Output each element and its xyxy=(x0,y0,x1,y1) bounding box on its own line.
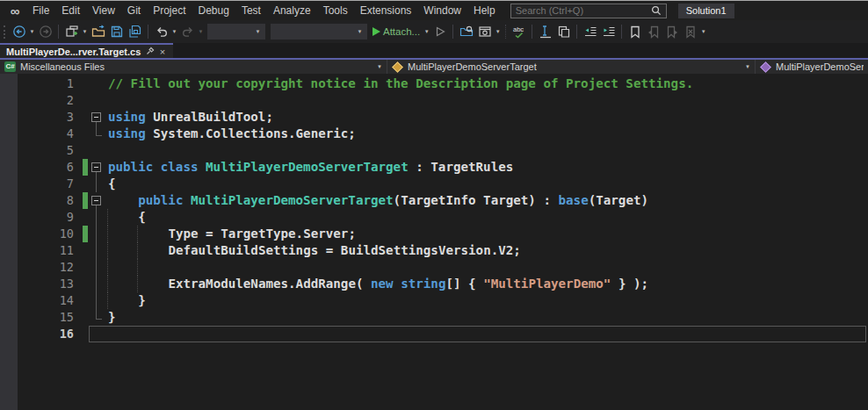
code-text: } xyxy=(105,292,146,309)
token-type: MultiPlayerDemoServerTarget xyxy=(206,160,409,174)
attach-button[interactable]: Attach... xyxy=(383,26,420,37)
new-project-dropdown[interactable]: ▼ xyxy=(81,29,89,34)
save-all-button[interactable] xyxy=(126,22,144,41)
search-input[interactable] xyxy=(516,5,651,16)
outlining-margin xyxy=(90,142,105,159)
navigate-forward-button[interactable] xyxy=(36,22,54,41)
undo-dropdown[interactable]: ▼ xyxy=(170,29,178,34)
code-line-8[interactable]: 8public MultiPlayerDemoServerTarget(Targ… xyxy=(0,192,868,209)
menu-item-debug[interactable]: Debug xyxy=(192,1,235,20)
code-editor[interactable]: 1// Fill out your copyright notice in th… xyxy=(0,74,868,410)
outlining-margin[interactable] xyxy=(90,192,105,209)
menu-item-extensions[interactable]: Extensions xyxy=(354,1,418,20)
line-number: 10 xyxy=(0,226,74,242)
code-line-6[interactable]: 6public class MultiPlayerDemoServerTarge… xyxy=(0,159,868,176)
redo-dropdown[interactable]: ▼ xyxy=(197,29,205,34)
insert-caret-button[interactable] xyxy=(536,22,554,41)
project-dropdown[interactable]: C# Miscellaneous Files ▼ xyxy=(0,60,387,74)
code-line-7[interactable]: 7{ xyxy=(0,176,868,192)
member-name: MultiPlayerDemoServerT xyxy=(776,61,864,72)
navigate-back-button[interactable] xyxy=(10,22,28,41)
redo-button[interactable] xyxy=(178,22,197,41)
collapse-region-icon[interactable] xyxy=(91,196,101,205)
decrease-indent-button[interactable] xyxy=(581,22,599,41)
attach-dropdown[interactable]: ▼ xyxy=(423,29,430,34)
bookmarks-dropdown[interactable]: ▼ xyxy=(699,29,707,34)
undo-button[interactable] xyxy=(152,22,170,41)
previous-bookmark-button[interactable] xyxy=(644,22,662,41)
new-project-button[interactable] xyxy=(62,22,81,41)
toggle-bookmark-button[interactable] xyxy=(626,22,644,41)
spellcheck-button[interactable]: abc xyxy=(510,22,528,41)
code-text xyxy=(105,142,108,159)
save-button[interactable] xyxy=(107,22,126,41)
menu-item-tools[interactable]: Tools xyxy=(317,1,354,20)
next-bookmark-button[interactable] xyxy=(662,22,681,41)
menu-item-project[interactable]: Project xyxy=(147,1,192,20)
code-line-14[interactable]: 14} xyxy=(0,292,868,309)
navigate-back-dropdown[interactable]: ▼ xyxy=(28,29,36,34)
token-plain: (TargetInfo Target) : xyxy=(394,193,559,207)
menu-item-test[interactable]: Test xyxy=(235,1,267,20)
solution-badge[interactable]: Solution1 xyxy=(678,4,734,18)
pin-icon[interactable] xyxy=(144,46,156,58)
menu-item-window[interactable]: Window xyxy=(417,1,467,20)
change-tracking-slot xyxy=(83,109,88,126)
code-line-1[interactable]: 1// Fill out your copyright notice in th… xyxy=(0,76,868,92)
outlining-margin[interactable] xyxy=(90,109,105,126)
line-number: 5 xyxy=(0,142,74,159)
menu-item-view[interactable]: View xyxy=(86,1,121,20)
collapse-region-icon[interactable] xyxy=(91,162,101,172)
code-line-15[interactable]: 15} xyxy=(0,309,868,326)
indent-guide xyxy=(107,276,108,292)
code-line-2[interactable]: 2 xyxy=(0,92,868,109)
tab-strip: MultiPlayerDe...rver.Target.cs × xyxy=(0,43,868,60)
toolbar-grip[interactable] xyxy=(4,25,6,39)
code-line-3[interactable]: 3using UnrealBuildTool; xyxy=(0,109,868,126)
open-file-button[interactable] xyxy=(89,22,107,41)
code-line-13[interactable]: 13ExtraModuleNames.AddRange( new string[… xyxy=(0,276,868,292)
csharp-file-icon: C# xyxy=(4,61,16,72)
collapse-region-icon[interactable] xyxy=(91,112,101,122)
menu-item-file[interactable]: File xyxy=(26,1,55,20)
code-line-16[interactable]: 16 xyxy=(0,326,868,342)
code-line-4[interactable]: 4using System.Collections.Generic; xyxy=(0,126,868,142)
toolbar-separator xyxy=(505,25,506,39)
solution-platforms-dropdown[interactable]: ▼ xyxy=(271,24,367,40)
token-plain: : TargetRules xyxy=(409,160,514,174)
attach-run-icon[interactable] xyxy=(370,22,382,41)
code-line-5[interactable]: 5 xyxy=(0,142,868,159)
clear-bookmarks-button[interactable] xyxy=(681,22,699,41)
token-plain: } xyxy=(108,310,116,324)
code-line-9[interactable]: 9{ xyxy=(0,209,868,226)
menu-item-analyze[interactable]: Analyze xyxy=(267,1,317,20)
token-keyword: using xyxy=(108,110,146,124)
line-number: 12 xyxy=(0,259,74,276)
change-tracking-slot xyxy=(83,76,88,92)
copy-structure-button[interactable] xyxy=(554,22,573,41)
line-number: 4 xyxy=(0,126,74,142)
outlining-margin[interactable] xyxy=(90,159,105,176)
code-line-10[interactable]: 10Type = TargetType.Server; xyxy=(0,226,868,242)
start-without-debugging-button[interactable] xyxy=(430,22,449,41)
window-history-button[interactable] xyxy=(475,22,494,41)
outlining-margin xyxy=(90,209,105,226)
menu-item-help[interactable]: Help xyxy=(467,1,502,20)
token-plain: System.Collections.Generic; xyxy=(146,126,356,140)
find-in-files-button[interactable] xyxy=(457,22,475,41)
code-line-11[interactable]: 11DefaultBuildSettings = BuildSettingsVe… xyxy=(0,242,868,259)
token-plain: Type = TargetType.Server; xyxy=(168,227,356,241)
close-icon[interactable]: × xyxy=(156,46,169,58)
code-text xyxy=(105,92,108,109)
code-line-12[interactable]: 12 xyxy=(0,259,868,276)
token-plain: [] { xyxy=(445,277,483,291)
menu-item-git[interactable]: Git xyxy=(121,1,147,20)
type-dropdown[interactable]: MultiPlayerDemoServerTarget ▼ xyxy=(387,60,756,74)
menu-item-edit[interactable]: Edit xyxy=(55,1,86,20)
increase-indent-button[interactable] xyxy=(599,22,618,41)
solution-configurations-dropdown[interactable]: ▼ xyxy=(207,24,265,40)
window-history-dropdown[interactable]: ▼ xyxy=(494,29,502,34)
search-box[interactable] xyxy=(510,4,667,18)
member-dropdown[interactable]: MultiPlayerDemoServerT xyxy=(756,60,868,74)
method-icon xyxy=(760,61,771,73)
